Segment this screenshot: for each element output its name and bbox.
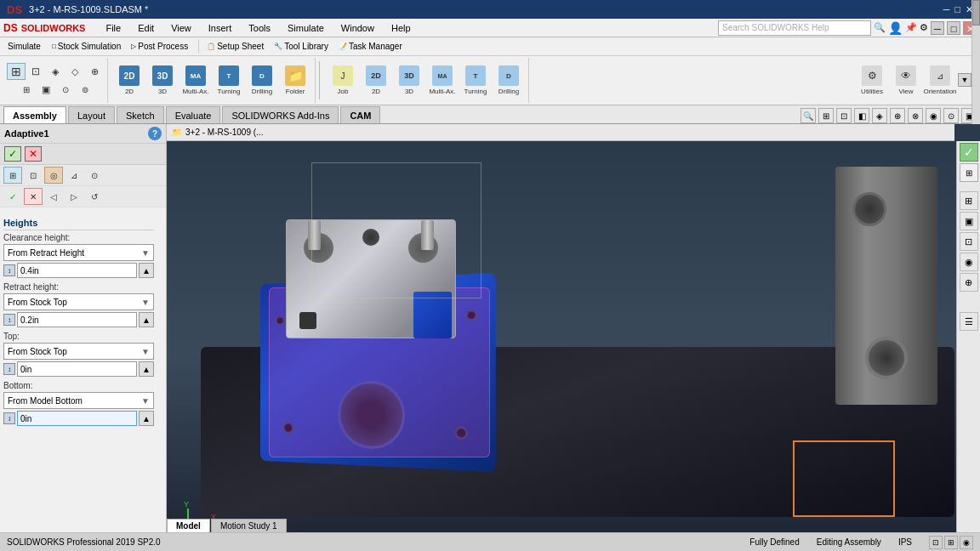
menu-file[interactable]: File xyxy=(102,21,124,35)
panel-tb-8[interactable]: ◁ xyxy=(44,188,63,205)
vp-icon-3[interactable]: ⊡ xyxy=(836,108,852,123)
vp-icon-8[interactable]: ◉ xyxy=(926,108,941,123)
menu-insert[interactable]: Insert xyxy=(205,21,236,35)
tb-btn-1[interactable]: ⊞ xyxy=(7,63,26,80)
clearance-height-input[interactable] xyxy=(17,263,137,278)
tb-btn-2[interactable]: ⊡ xyxy=(26,63,45,80)
cam-2d-btn2[interactable]: 2D 2D xyxy=(360,60,392,102)
tb-btn-9[interactable]: ⊚ xyxy=(76,81,94,98)
simulate-label[interactable]: Simulate xyxy=(3,39,45,54)
cam-turning-btn[interactable]: T Turning xyxy=(213,60,245,102)
tb-btn-7[interactable]: ▣ xyxy=(37,81,55,98)
vp-icon-6[interactable]: ⊕ xyxy=(890,108,905,123)
motion-study-tab[interactable]: Motion Study 1 xyxy=(211,519,287,532)
cam-2d-btn[interactable]: 2D 2D xyxy=(113,60,145,102)
vp-icon-2[interactable]: ⊞ xyxy=(818,108,834,123)
tool-library-label[interactable]: 🔧 Tool Library xyxy=(271,41,331,52)
rt-btn-3[interactable]: ⊡ xyxy=(960,232,978,251)
pin-icon[interactable]: 📌 xyxy=(905,22,917,33)
vp-icon-7[interactable]: ⊗ xyxy=(908,108,923,123)
cam-3d-btn[interactable]: 3D 3D xyxy=(146,60,179,102)
tab-sketch[interactable]: Sketch xyxy=(117,106,164,123)
clearance-height-inc-btn[interactable]: ▲ xyxy=(139,263,154,278)
orientation-btn[interactable]: ⊿ Orientation xyxy=(924,60,956,102)
restore-btn[interactable]: □ xyxy=(947,21,960,35)
search-box[interactable]: Search SOLIDWORKS Help xyxy=(718,20,871,36)
panel-tb-10[interactable]: ↺ xyxy=(85,188,104,205)
retract-height-input[interactable] xyxy=(17,312,137,327)
top-height-inc-btn[interactable]: ▲ xyxy=(139,361,154,377)
menu-help[interactable]: Help xyxy=(388,21,414,35)
bottom-height-dropdown[interactable]: From Model Bottom ▼ xyxy=(3,392,154,409)
vp-icon-4[interactable]: ◧ xyxy=(854,108,869,123)
tab-cam[interactable]: CAM xyxy=(340,106,380,123)
tb-btn-5[interactable]: ⊕ xyxy=(85,63,104,80)
cam-folder-btn[interactable]: 📁 Folder xyxy=(279,60,311,102)
tab-evaluate[interactable]: Evaluate xyxy=(166,106,221,123)
tb-btn-6[interactable]: ⊞ xyxy=(17,81,36,98)
3d-viewport[interactable]: X Y Z Vi... xyxy=(167,141,980,551)
clearance-height-dropdown[interactable]: From Retract Height ▼ xyxy=(3,244,154,261)
ok-button[interactable]: ✓ xyxy=(4,146,21,162)
retract-height-inc-btn[interactable]: ▲ xyxy=(139,312,154,327)
cam-drilling-btn[interactable]: D Drilling xyxy=(246,60,278,102)
post-process-label[interactable]: ▷ Post Process xyxy=(128,40,191,53)
cam-turning-btn2[interactable]: T Turning xyxy=(459,60,492,102)
rt-btn-1[interactable]: ⊞ xyxy=(960,191,978,210)
rt-btn-2[interactable]: ▣ xyxy=(960,212,978,230)
panel-tb-5[interactable]: ⊙ xyxy=(85,167,104,184)
model-tab[interactable]: Model xyxy=(167,519,210,532)
minimize-btn[interactable]: ─ xyxy=(943,4,950,15)
rt-btn-5[interactable]: ⊕ xyxy=(960,273,978,292)
stock-sim-label[interactable]: □ Stock Simulation xyxy=(48,40,124,53)
cam-multiax-btn[interactable]: MA Multi-Ax. xyxy=(179,60,212,102)
right-tb-1[interactable]: ⊞ xyxy=(960,163,978,182)
vp-icon-5[interactable]: ◈ xyxy=(872,108,887,123)
tab-solidworks-addins[interactable]: SOLIDWORKS Add-Ins xyxy=(222,106,339,123)
panel-tb-1[interactable]: ⊞ xyxy=(3,167,22,184)
rt-btn-6[interactable]: ☰ xyxy=(960,312,978,331)
setup-sheet-label[interactable]: 📋 Setup Sheet xyxy=(204,41,266,52)
tb-btn-4[interactable]: ◇ xyxy=(66,63,84,80)
menu-tools[interactable]: Tools xyxy=(245,21,274,35)
status-icon-3[interactable]: ◉ xyxy=(960,536,973,549)
top-height-input[interactable] xyxy=(17,361,137,377)
task-manager-label[interactable]: 📝 Task Manager xyxy=(336,41,405,52)
cancel-button[interactable]: ✕ xyxy=(25,146,42,162)
tab-layout[interactable]: Layout xyxy=(68,106,115,123)
rt-btn-4[interactable]: ◉ xyxy=(960,253,978,271)
menu-edit[interactable]: Edit xyxy=(134,21,157,35)
view-btn[interactable]: 👁 View xyxy=(890,60,922,102)
panel-tb-7[interactable]: ✕ xyxy=(24,188,43,205)
cam-multiax-btn2[interactable]: MA Multi-Ax. xyxy=(426,60,459,102)
vp-icon-1[interactable]: 🔍 xyxy=(801,108,816,123)
minimize2-btn[interactable]: ─ xyxy=(931,21,944,35)
panel-help-icon[interactable]: ? xyxy=(148,127,162,140)
top-height-dropdown[interactable]: From Stock Top ▼ xyxy=(3,343,154,360)
bottom-height-input[interactable] xyxy=(17,411,137,426)
tb-btn-8[interactable]: ⊙ xyxy=(56,81,75,98)
status-icon-1[interactable]: ⊡ xyxy=(929,536,943,549)
menu-window[interactable]: Window xyxy=(338,21,378,35)
accept-btn[interactable]: ✓ xyxy=(960,143,978,162)
utilities-btn[interactable]: ⚙ Utilities xyxy=(856,60,888,102)
panel-tb-4[interactable]: ⊿ xyxy=(65,167,83,184)
panel-tb-6[interactable]: ✓ xyxy=(3,188,22,205)
tb-btn-3[interactable]: ◈ xyxy=(46,63,65,80)
retract-height-dropdown[interactable]: From Stock Top ▼ xyxy=(3,293,154,310)
panel-tb-9[interactable]: ▷ xyxy=(65,188,83,205)
cam-drilling-btn2[interactable]: D Drilling xyxy=(493,60,525,102)
menu-view[interactable]: View xyxy=(168,21,195,35)
search-icon[interactable]: 🔍 xyxy=(874,22,886,33)
cam-job-btn[interactable]: J Job xyxy=(327,60,359,102)
status-icon-2[interactable]: ⊞ xyxy=(944,536,958,549)
bottom-height-inc-btn[interactable]: ▲ xyxy=(139,411,154,426)
panel-tb-2[interactable]: ⊡ xyxy=(24,167,43,184)
cam-3d-btn2[interactable]: 3D 3D xyxy=(393,60,425,102)
vp-icon-9[interactable]: ⊙ xyxy=(943,108,959,123)
maximize-btn[interactable]: □ xyxy=(954,4,960,15)
settings-icon[interactable]: ⚙ xyxy=(920,22,928,33)
menu-simulate[interactable]: Simulate xyxy=(284,21,328,35)
tab-assembly[interactable]: Assembly xyxy=(3,106,66,123)
user-icon[interactable]: 👤 xyxy=(888,21,903,35)
